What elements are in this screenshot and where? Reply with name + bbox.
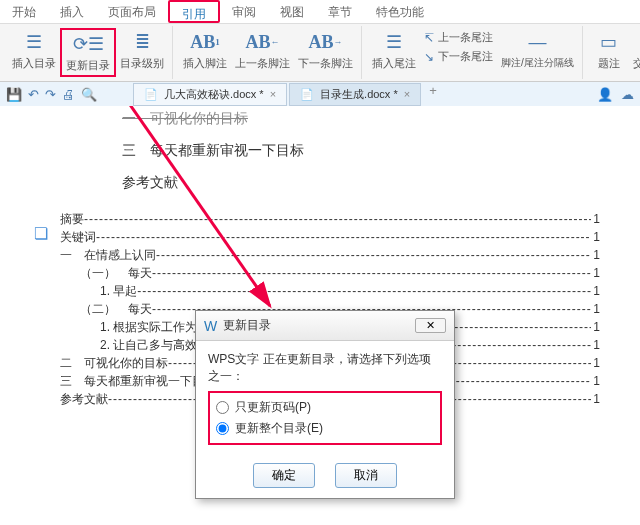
prev-footnote-icon: AB← — [251, 30, 275, 54]
ribbon-group-caption: ▭ 题注 ⇄ 交叉引用 — [585, 26, 640, 79]
toc-page: 1 — [591, 264, 600, 282]
menu-tab-layout[interactable]: 页面布局 — [96, 0, 168, 23]
toc-dots: ----------------------------------------… — [156, 246, 591, 264]
toc-row[interactable]: 一 在情感上认同--------------------------------… — [60, 246, 600, 264]
dialog-radio-group: 只更新页码(P) 更新整个目录(E) — [208, 391, 442, 445]
radio-update-all-input[interactable] — [216, 422, 229, 435]
ribbon-group-footnote: AB1 插入脚注 AB← 上一条脚注 AB→ 下一条脚注 — [175, 26, 362, 79]
doc-icon: 📄 — [300, 88, 314, 101]
insert-footnote-icon: AB1 — [193, 30, 217, 54]
toc-dots: ----------------------------------------… — [152, 264, 591, 282]
ribbon-group-toc: ☰ 插入目录 ⟳☰ 更新目录 ≣ 目录级别 — [4, 26, 173, 79]
redo-icon[interactable]: ↷ — [45, 87, 56, 102]
footnote-sep-icon: — — [525, 30, 549, 54]
next-footnote-button[interactable]: AB→ 下一条脚注 — [294, 28, 357, 73]
update-toc-button[interactable]: ⟳☰ 更新目录 — [60, 28, 116, 77]
insert-footnote-label: 插入脚注 — [183, 56, 227, 71]
menu-tab-chapter[interactable]: 章节 — [316, 0, 364, 23]
crossref-button[interactable]: ⇄ 交叉引用 — [629, 28, 640, 73]
ribbon: ☰ 插入目录 ⟳☰ 更新目录 ≣ 目录级别 AB1 插入脚注 AB← 上一条脚注… — [0, 24, 640, 82]
toc-page: 1 — [591, 318, 600, 336]
toc-title: （二） 每天 — [80, 300, 152, 318]
save-icon[interactable]: 💾 — [6, 87, 22, 102]
doc-icon: 📄 — [144, 88, 158, 101]
toc-level-label: 目录级别 — [120, 56, 164, 71]
toc-title: 1. 早起 — [100, 282, 137, 300]
next-endnote-button[interactable]: ↘下一条尾注 — [424, 47, 493, 66]
prev-endnote-button[interactable]: ↸上一条尾注 — [424, 28, 493, 47]
toc-dots: ----------------------------------------… — [84, 210, 591, 228]
prev-footnote-button[interactable]: AB← 上一条脚注 — [231, 28, 294, 73]
update-toc-label: 更新目录 — [66, 58, 110, 73]
qat-right: 👤 ☁ — [597, 87, 634, 102]
caption-label: 题注 — [598, 56, 620, 71]
dialog-titlebar: W 更新目录 ✕ — [196, 311, 454, 341]
page-break-icon: ❏ — [34, 224, 48, 243]
close-tab-1[interactable]: × — [404, 88, 410, 100]
preview-icon[interactable]: 🔍 — [81, 87, 97, 102]
toc-page: 1 — [591, 354, 600, 372]
dialog-close-button[interactable]: ✕ — [415, 318, 446, 333]
toc-row[interactable]: 摘要--------------------------------------… — [60, 210, 600, 228]
insert-toc-icon: ☰ — [22, 30, 46, 54]
caption-icon: ▭ — [597, 30, 621, 54]
insert-endnote-label: 插入尾注 — [372, 56, 416, 71]
menu-tab-review[interactable]: 审阅 — [220, 0, 268, 23]
toc-level-icon: ≣ — [130, 30, 154, 54]
ribbon-group-endnote: ☰ 插入尾注 ↸上一条尾注 ↘下一条尾注 — 脚注/尾注分隔线 — [364, 26, 583, 79]
close-tab-0[interactable]: × — [270, 88, 276, 100]
next-footnote-icon: AB→ — [314, 30, 338, 54]
toc-page: 1 — [591, 210, 600, 228]
toc-row[interactable]: 1. 早起-----------------------------------… — [60, 282, 600, 300]
insert-footnote-button[interactable]: AB1 插入脚注 — [179, 28, 231, 73]
menu-tab-view[interactable]: 视图 — [268, 0, 316, 23]
toc-title: 二 可视化你的目标 — [60, 354, 168, 372]
page-area: 一 可视化你的目标 三 每天都重新审视一下目标 参考文献 — [60, 106, 640, 192]
toc-title: 参考文献 — [60, 390, 108, 408]
toc-title: 摘要 — [60, 210, 84, 228]
document-tab-0-label: 几大高效秘诀.docx * — [164, 87, 264, 102]
dialog-prompt: WPS文字 正在更新目录，请选择下列选项之一： — [208, 351, 442, 385]
document-content: 一 可视化你的目标 三 每天都重新审视一下目标 参考文献 ❏ 摘要-------… — [0, 106, 640, 525]
insert-toc-button[interactable]: ☰ 插入目录 — [8, 28, 60, 73]
print-icon[interactable]: 🖨 — [62, 87, 75, 102]
menu-tab-special[interactable]: 特色功能 — [364, 0, 436, 23]
toc-row[interactable]: （一） 每天----------------------------------… — [60, 264, 600, 282]
update-toc-icon: ⟳☰ — [76, 32, 100, 56]
document-tabs: 📄 几大高效秘诀.docx * × 📄 目录生成.docx * × + — [133, 83, 437, 106]
toc-row[interactable]: 关键词-------------------------------------… — [60, 228, 600, 246]
menu-tab-start[interactable]: 开始 — [0, 0, 48, 23]
footnote-sep-label: 脚注/尾注分隔线 — [501, 56, 574, 70]
toc-title: 三 每天都重新审视一下目标 — [60, 372, 216, 390]
prev-heading: 一 可视化你的目标 — [122, 110, 640, 128]
document-tab-0[interactable]: 📄 几大高效秘诀.docx * × — [133, 83, 287, 106]
insert-endnote-button[interactable]: ☰ 插入尾注 — [368, 28, 420, 73]
qat-cloud-icon[interactable]: ☁ — [621, 87, 634, 102]
toc-page: 1 — [591, 300, 600, 318]
toc-page: 1 — [591, 282, 600, 300]
heading-2: 参考文献 — [122, 174, 640, 192]
caption-button[interactable]: ▭ 题注 — [589, 28, 629, 73]
menu-bar: 开始 插入 页面布局 引用 审阅 视图 章节 特色功能 — [0, 0, 640, 24]
qat-user-icon[interactable]: 👤 — [597, 87, 613, 102]
insert-toc-label: 插入目录 — [12, 56, 56, 71]
radio-update-pages[interactable]: 只更新页码(P) — [216, 397, 434, 418]
undo-icon[interactable]: ↶ — [28, 87, 39, 102]
footnote-sep-button[interactable]: — 脚注/尾注分隔线 — [497, 28, 578, 72]
menu-tab-insert[interactable]: 插入 — [48, 0, 96, 23]
next-endnote-label: 下一条尾注 — [438, 49, 493, 64]
add-tab-icon[interactable]: + — [429, 83, 437, 106]
toc-title: 关键词 — [60, 228, 96, 246]
toc-page: 1 — [591, 372, 600, 390]
dialog-ok-button[interactable]: 确定 — [253, 463, 315, 488]
toc-title: 一 在情感上认同 — [60, 246, 156, 264]
toc-title: （一） 每天 — [80, 264, 152, 282]
menu-tab-references[interactable]: 引用 — [168, 0, 220, 23]
insert-endnote-icon: ☰ — [382, 30, 406, 54]
dialog-cancel-button[interactable]: 取消 — [335, 463, 397, 488]
document-tab-1-label: 目录生成.docx * — [320, 87, 398, 102]
radio-update-pages-input[interactable] — [216, 401, 229, 414]
radio-update-all[interactable]: 更新整个目录(E) — [216, 418, 434, 439]
document-tab-1[interactable]: 📄 目录生成.docx * × — [289, 83, 421, 106]
toc-level-button[interactable]: ≣ 目录级别 — [116, 28, 168, 73]
